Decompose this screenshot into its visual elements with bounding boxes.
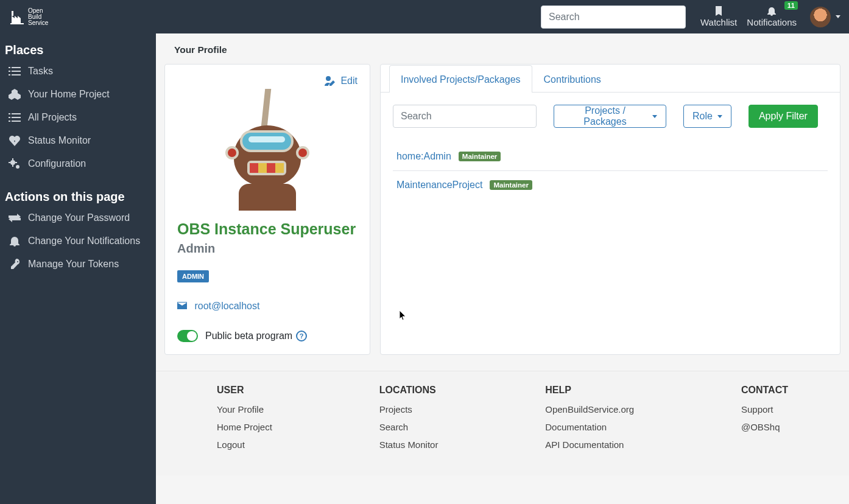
list-item: home:Admin Maintainer xyxy=(393,142,828,171)
project-link[interactable]: home:Admin xyxy=(396,151,451,162)
sidebar-item-label: Tasks xyxy=(28,66,53,77)
help-icon[interactable]: ? xyxy=(296,331,307,341)
sidebar-item-tasks[interactable]: Tasks xyxy=(0,60,156,83)
footer-link-api-documentation[interactable]: API Documentation xyxy=(545,439,634,450)
footer-link-status-monitor[interactable]: Status Monitor xyxy=(379,439,439,450)
bell-icon xyxy=(767,6,777,17)
caret-down-icon xyxy=(652,115,657,118)
tab-involved[interactable]: Involved Projects/Packages xyxy=(389,65,532,93)
global-search-input[interactable] xyxy=(541,5,686,29)
footer-help-heading: HELP xyxy=(545,385,634,396)
caret-down-icon xyxy=(836,15,840,18)
footer-link-documentation[interactable]: Documentation xyxy=(545,422,634,432)
watchlist-link[interactable]: Watchlist xyxy=(700,6,737,27)
footer-link-obs-org[interactable]: OpenBuildService.org xyxy=(545,404,634,415)
sidebar-item-status-monitor[interactable]: Status Monitor xyxy=(0,129,156,152)
sidebar-action-manage-tokens[interactable]: Manage Your Tokens xyxy=(0,253,156,276)
tab-contributions[interactable]: Contributions xyxy=(532,65,613,93)
beta-label: Public beta program xyxy=(205,331,292,341)
apply-filter-button[interactable]: Apply Filter xyxy=(749,105,818,128)
main-content: Your Profile Edit xyxy=(156,33,849,475)
watchlist-label: Watchlist xyxy=(700,17,737,27)
footer-link-obshq[interactable]: @OBShq xyxy=(741,422,788,432)
exchange-icon xyxy=(6,213,23,223)
projects-list: home:Admin Maintainer MaintenanceProject… xyxy=(393,142,828,199)
sidebar-action-change-notifications[interactable]: Change Your Notifications xyxy=(0,229,156,253)
sidebar-item-label: Status Monitor xyxy=(28,135,91,146)
sidebar-item-label: Your Home Project xyxy=(28,89,110,100)
role-dropdown[interactable]: Role xyxy=(683,105,731,128)
dropdown-label: Role xyxy=(692,111,713,122)
role-badge: Maintainer xyxy=(459,152,501,161)
sidebar-places-heading: Places xyxy=(0,38,156,60)
profile-avatar xyxy=(177,89,358,211)
header-bar: OpenBuildService Watchlist 11 Notificati… xyxy=(0,0,849,33)
user-menu-toggle[interactable] xyxy=(810,7,840,27)
heartbeat-icon xyxy=(6,135,23,146)
profile-email-link[interactable]: root@localhost xyxy=(177,301,358,312)
avatar xyxy=(810,7,831,27)
footer-locations-heading: LOCATIONS xyxy=(379,385,439,396)
breadcrumb: Your Profile xyxy=(156,33,849,64)
admin-badge: ADMIN xyxy=(177,270,209,282)
sidebar-item-label: Manage Your Tokens xyxy=(28,259,119,270)
project-link[interactable]: MaintenanceProject xyxy=(396,180,482,191)
footer-link-home-project[interactable]: Home Project xyxy=(217,422,272,432)
profile-username: Admin xyxy=(177,242,358,256)
profile-card: Edit OBS Instance xyxy=(164,64,370,355)
footer-contact-heading: CONTACT xyxy=(741,385,788,396)
sidebar-item-home-project[interactable]: Your Home Project xyxy=(0,83,156,106)
footer-link-projects[interactable]: Projects xyxy=(379,404,439,415)
profile-email: root@localhost xyxy=(194,301,259,311)
edit-label: Edit xyxy=(340,75,358,86)
brand-text: OpenBuildService xyxy=(28,8,48,26)
notifications-label: Notifications xyxy=(747,17,797,27)
bell-icon xyxy=(6,236,23,247)
sidebar-action-change-password[interactable]: Change Your Password xyxy=(0,206,156,229)
tabs: Involved Projects/Packages Contributions xyxy=(381,65,840,93)
footer-user-heading: USER xyxy=(217,385,272,396)
footer-link-your-profile[interactable]: Your Profile xyxy=(217,404,272,415)
footer-link-search[interactable]: Search xyxy=(379,422,439,432)
profile-display-name: OBS Instance Superuser xyxy=(177,220,358,238)
list-check-icon xyxy=(6,66,23,76)
sidebar: Places Tasks Your Home Project All Proje… xyxy=(0,33,156,504)
list-icon xyxy=(6,113,23,122)
notifications-count-badge: 11 xyxy=(784,1,798,10)
brand-logo[interactable]: OpenBuildService xyxy=(9,8,48,26)
envelope-icon xyxy=(177,301,189,311)
dropdown-label: Projects / Packages xyxy=(563,105,647,127)
projects-search-input[interactable] xyxy=(393,105,537,128)
projects-packages-dropdown[interactable]: Projects / Packages xyxy=(554,105,666,128)
beta-toggle[interactable] xyxy=(177,330,198,342)
sidebar-item-label: Configuration xyxy=(28,158,86,169)
sidebar-actions-heading: Actions on this page xyxy=(0,185,156,206)
bookmark-icon xyxy=(714,6,723,17)
footer: USER Your Profile Home Project Logout LO… xyxy=(156,371,849,475)
key-icon xyxy=(6,259,23,270)
list-item: MaintenanceProject Maintainer xyxy=(393,171,828,199)
role-badge: Maintainer xyxy=(490,180,532,190)
caret-down-icon xyxy=(717,115,722,118)
projects-card: Involved Projects/Packages Contributions… xyxy=(380,64,840,355)
sidebar-item-label: All Projects xyxy=(28,112,77,123)
edit-profile-link[interactable]: Edit xyxy=(325,75,358,86)
notifications-link[interactable]: 11 Notifications xyxy=(747,6,797,27)
footer-link-logout[interactable]: Logout xyxy=(217,439,272,450)
cubes-icon xyxy=(6,89,23,100)
factory-icon xyxy=(9,9,26,26)
sidebar-item-label: Change Your Password xyxy=(28,212,130,223)
sidebar-item-label: Change Your Notifications xyxy=(28,236,140,247)
footer-link-support[interactable]: Support xyxy=(741,404,788,415)
gears-icon xyxy=(6,158,23,169)
sidebar-item-configuration[interactable]: Configuration xyxy=(0,152,156,175)
user-edit-icon xyxy=(325,76,337,86)
sidebar-item-all-projects[interactable]: All Projects xyxy=(0,106,156,129)
